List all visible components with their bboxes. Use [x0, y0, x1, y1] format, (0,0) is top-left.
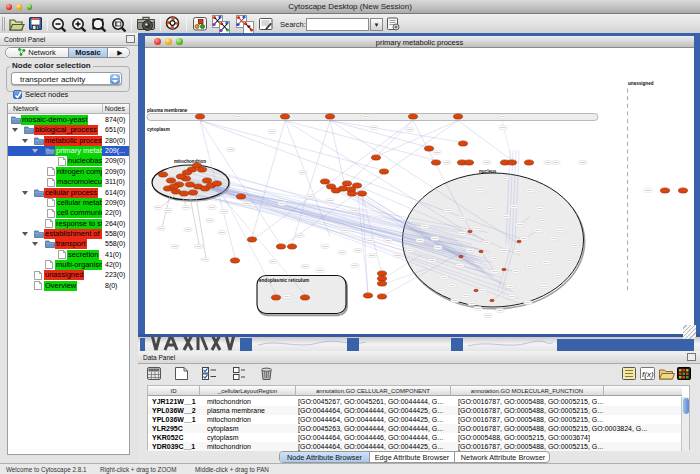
svg-text:unassigned: unassigned — [628, 81, 654, 86]
svg-text:f(x): f(x) — [642, 370, 654, 379]
svg-text:cytoplasm: cytoplasm — [147, 126, 170, 131]
svg-text:plasma membrane: plasma membrane — [147, 107, 188, 112]
svg-text:nucleus: nucleus — [479, 169, 497, 174]
svg-text:mitochondrion: mitochondrion — [174, 158, 206, 163]
svg-text:endoplasmic reticulum: endoplasmic reticulum — [259, 277, 309, 282]
